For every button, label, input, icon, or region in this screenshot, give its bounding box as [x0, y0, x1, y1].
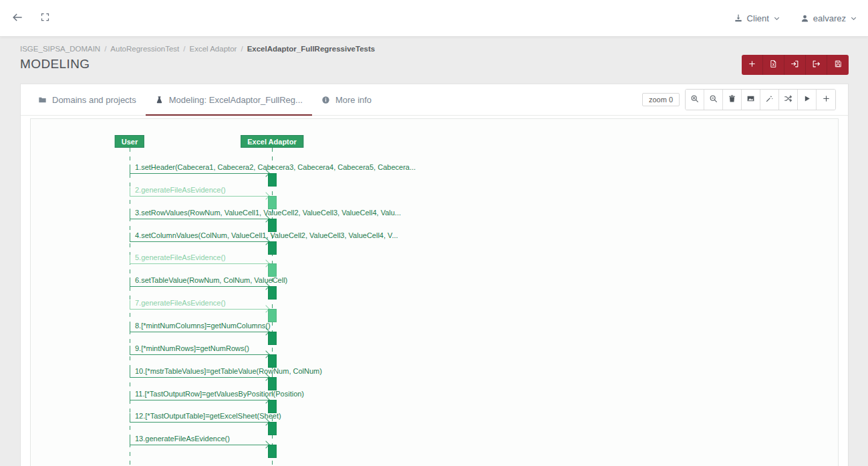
shuffle-icon [784, 94, 792, 105]
activation-bar [268, 219, 277, 232]
message-label: 12.[*TastOutputTable]=getExcelSheet(Shee… [135, 412, 281, 421]
activation-bar [268, 196, 277, 209]
trash-icon [728, 94, 736, 105]
user-menu[interactable]: ealvarez [801, 13, 857, 23]
arrow-left-icon [11, 11, 24, 26]
breadcrumb-item[interactable]: Excel Adaptor [189, 45, 237, 53]
download-icon [734, 13, 743, 23]
top-bar-left [11, 11, 50, 26]
client-menu[interactable]: Client [734, 13, 780, 23]
activation-bar [268, 422, 277, 435]
breadcrumb: ISGE_SIPSA_DOMAIN/AutoRegressionTest/Exc… [20, 45, 375, 53]
message-arrow-line [130, 173, 268, 174]
message-arrow-line [130, 286, 268, 287]
tab-more-info[interactable]: More info [312, 84, 381, 115]
message-start-tick [130, 187, 130, 196]
tabs: Domains and projectsModeling: ExcelAdapt… [29, 84, 381, 115]
message-label: 4.setColumnValues(ColNum, ValueCell1, Va… [135, 231, 398, 240]
tab-modeling[interactable]: Modeling: ExcelAdaptor_FullReg... [146, 84, 312, 115]
diagram-tool-group [685, 89, 836, 110]
fullscreen-button[interactable] [40, 12, 50, 24]
message-label: 11.[*TastOutputRow]=getValuesByPosition(… [135, 390, 304, 398]
message-label: 9.[*mintNumRows]=getNumRows() [135, 344, 249, 353]
add-button[interactable] [742, 55, 763, 75]
breadcrumb-separator: / [183, 45, 185, 53]
delete-button[interactable] [723, 90, 742, 110]
shuffle-button[interactable] [779, 90, 798, 110]
message-arrow-line [130, 263, 268, 264]
user-menu-label: ealvarez [813, 13, 846, 23]
breadcrumb-separator: / [241, 45, 243, 53]
activation-bar [268, 309, 277, 322]
activation-bar [268, 173, 277, 187]
message-label: 7.generateFileAsEvidence() [135, 299, 226, 308]
message-start-tick [130, 233, 130, 241]
image-icon [746, 94, 755, 105]
add-button[interactable] [817, 90, 835, 110]
diagram-toolbar: zoom 0 [642, 89, 836, 110]
image-button[interactable] [742, 90, 760, 110]
user-icon [801, 14, 809, 23]
message-arrow-line [130, 445, 268, 445]
export-excel-button[interactable] [763, 55, 784, 75]
page-title: MODELING [20, 57, 90, 72]
file-excel-icon [769, 60, 778, 70]
zoom-in-icon [690, 94, 699, 105]
activation-bar [268, 263, 277, 277]
activation-bar [268, 377, 277, 390]
fullscreen-icon [40, 12, 50, 24]
sign-in-icon [790, 60, 799, 70]
check-out-button[interactable] [806, 55, 827, 75]
zoom-level-indicator: zoom 0 [642, 93, 680, 106]
save-button[interactable] [827, 55, 849, 75]
message-label: 2.generateFileAsEvidence() [135, 186, 226, 195]
content-card: Domains and projectsModeling: ExcelAdapt… [20, 84, 849, 466]
zoom-in-button[interactable] [686, 90, 704, 110]
breadcrumb-current: ExcelAdaptor_FullRegressiveTests [247, 45, 376, 53]
actor-box[interactable]: User [115, 135, 144, 148]
message-arrow-line [130, 196, 268, 197]
top-bar-right: Client ealvarez [734, 13, 857, 23]
chevron-down-icon [773, 15, 780, 22]
tab-label: Domains and projects [52, 95, 136, 105]
play-icon [803, 94, 811, 105]
message-arrow-line [130, 422, 268, 423]
message-label: 8.[*mintNumColumns]=getNumColumns() [135, 322, 271, 330]
magic-wand-button[interactable] [760, 90, 779, 110]
action-button-group [742, 55, 849, 75]
message-label: 13.generateFileAsEvidence() [135, 435, 230, 443]
message-label: 1.setHeader(Cabecera1, Cabecera2, Cabece… [135, 163, 416, 172]
message-arrow-line [130, 377, 268, 378]
actor-box[interactable]: Excel Adaptor [241, 135, 303, 148]
activation-bar [268, 286, 277, 300]
message-start-tick [130, 164, 130, 173]
message-start-tick [130, 300, 130, 309]
chevron-down-icon [850, 15, 857, 22]
message-start-tick [130, 391, 130, 400]
breadcrumb-separator: / [104, 45, 106, 53]
message-arrow-line [130, 400, 268, 400]
activation-bar [268, 400, 277, 413]
floppy-icon [834, 60, 843, 70]
message-label: 6.setTableValue(RowNum, ColNum, ValueCel… [135, 276, 287, 285]
breadcrumb-item[interactable]: AutoRegressionTest [110, 45, 179, 53]
activation-bar [268, 332, 277, 345]
check-in-button[interactable] [784, 55, 806, 75]
message-arrow-line [130, 309, 268, 310]
message-start-tick [130, 255, 130, 263]
activation-bar [268, 354, 277, 368]
message-arrow-line [130, 332, 268, 332]
message-start-tick [130, 368, 130, 377]
sequence-diagram-canvas[interactable]: UserExcel Adaptor1.setHeader(Cabecera1, … [30, 118, 839, 466]
info-icon [321, 96, 330, 104]
tab-domains-and-projects[interactable]: Domains and projects [29, 84, 146, 115]
tab-label: More info [335, 95, 372, 105]
message-start-tick [130, 277, 130, 286]
message-start-tick [130, 323, 130, 332]
back-button[interactable] [11, 11, 24, 26]
message-start-tick [130, 413, 130, 422]
zoom-out-button[interactable] [704, 90, 723, 110]
message-start-tick [130, 436, 130, 445]
breadcrumb-item[interactable]: ISGE_SIPSA_DOMAIN [20, 45, 100, 53]
play-button[interactable] [798, 90, 817, 110]
